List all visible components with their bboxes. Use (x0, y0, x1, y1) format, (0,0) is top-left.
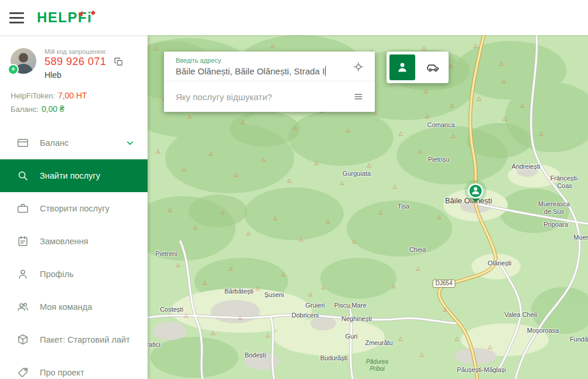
hamburger-menu-icon[interactable] (9, 12, 24, 23)
sidebar-item-team[interactable]: Моя команда (0, 291, 148, 323)
search-card: Введіть адресу Băile Olănești, Băile Olă… (164, 52, 375, 112)
sidebar-item-create-service[interactable]: Створити послугу (0, 192, 148, 225)
token-row: HelpFiToken:7,00 НТ (11, 89, 148, 103)
sidebar-item-label: Знайти послугу (40, 171, 100, 180)
profile-info: Мій код запрошення: 589 926 071 Hleb (45, 48, 124, 80)
briefcase-icon (16, 202, 29, 215)
orders-icon (16, 235, 29, 248)
sidebar-item-label: Профіль (40, 269, 74, 279)
person-mode-button[interactable] (389, 54, 415, 80)
add-avatar-icon[interactable]: + (8, 64, 19, 75)
sidebar-item-label: Про проект (40, 368, 84, 377)
balance-value: 0,00 ₴ (42, 104, 64, 114)
address-value[interactable]: Băile Olănești, Băile Olănești, Strada I (176, 66, 324, 76)
sidebar-item-label: Створити послугу (40, 204, 110, 213)
chevron-down-icon[interactable] (124, 137, 136, 149)
tag-icon (16, 366, 29, 379)
user-location-marker (461, 178, 490, 211)
invite-code-label: Мій код запрошення: (45, 48, 124, 55)
service-list-icon[interactable] (350, 88, 367, 105)
address-input[interactable]: Введіть адресу Băile Olănești, Băile Olă… (164, 52, 375, 81)
sidebar-item-orders[interactable]: Замовлення (0, 225, 148, 258)
user-name: Hleb (45, 70, 124, 80)
locate-icon[interactable] (350, 59, 367, 75)
mode-toggle (387, 52, 449, 83)
package-icon (16, 333, 29, 346)
credit-card-icon (16, 136, 29, 149)
sidebar-item-package[interactable]: Пакет: Стартовий лайт (0, 323, 148, 356)
sidebar-item-label: Замовлення (40, 237, 88, 246)
sidebar-menu: Баланс Знайти послугу Створити послугу (0, 127, 148, 379)
sidebar-item-label: Моя команда (40, 302, 92, 312)
car-mode-button[interactable] (420, 54, 446, 80)
profile-block: + Мій код запрошення: 589 926 071 Hleb (0, 35, 148, 80)
map-canvas[interactable]: △△△△△△△△△△△△△△△△△△△△△△△△△△△△△△△△△△△△△△△△… (148, 35, 588, 379)
balance-label: Баланс: (11, 105, 39, 114)
copy-icon[interactable] (114, 57, 124, 67)
balances-block: HelpFiToken:7,00 НТ Баланс:0,00 ₴ (0, 80, 148, 116)
sidebar-item-about[interactable]: Про проект (0, 356, 148, 379)
person-mode-icon (395, 60, 410, 75)
person-icon (16, 268, 29, 281)
invite-code-value: 589 926 071 (45, 56, 107, 68)
app-logo: HELPFi (37, 9, 92, 26)
team-icon (16, 301, 29, 313)
search-icon (16, 169, 29, 182)
token-value: 7,00 НТ (58, 91, 87, 100)
sidebar-item-profile[interactable]: Профіль (0, 258, 148, 291)
avatar[interactable]: + (11, 48, 36, 74)
sidebar-item-label: Пакет: Стартовий лайт (40, 335, 130, 344)
text-caret (325, 66, 326, 76)
location-pin-icon (461, 178, 490, 209)
token-label: HelpFiToken: (11, 91, 55, 100)
sidebar-item-balance[interactable]: Баланс (0, 127, 148, 159)
balance-row: Баланс:0,00 ₴ (11, 103, 148, 116)
sidebar-item-find-service[interactable]: Знайти послугу (0, 159, 148, 192)
service-search-input[interactable]: Яку послугу відшукати? (164, 81, 375, 112)
topbar: HELPFi (0, 0, 588, 35)
sidebar: + Мій код запрошення: 589 926 071 Hleb H… (0, 35, 148, 379)
sidebar-item-label: Баланс (40, 138, 69, 148)
car-mode-icon (425, 60, 440, 75)
service-placeholder: Яку послугу відшукати? (176, 92, 350, 102)
address-label: Введіть адресу (176, 57, 350, 64)
